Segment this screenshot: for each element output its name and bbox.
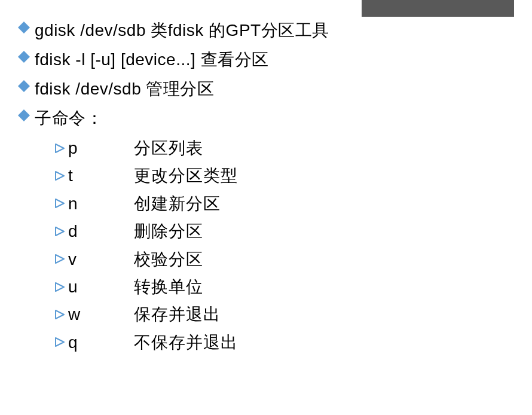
subcommand-desc: 更改分区类型 (134, 163, 238, 188)
diamond-icon (18, 51, 32, 63)
subcommand-row: w 保存并退出 (55, 301, 532, 327)
svg-marker-10 (56, 310, 64, 319)
subcommand-row: n 创建新分区 (55, 191, 532, 216)
svg-marker-9 (56, 283, 64, 291)
diamond-icon (18, 80, 32, 92)
subcommand-desc: 保存并退出 (134, 301, 221, 327)
subcommand-key: w (68, 301, 134, 327)
subcommand-key: t (68, 163, 134, 188)
svg-marker-0 (18, 22, 30, 33)
bullet-item: fdisk -l [-u] [device...] 查看分区 (18, 47, 532, 72)
subcommand-desc: 创建新分区 (134, 191, 221, 216)
svg-marker-8 (56, 255, 64, 263)
diamond-icon (18, 109, 32, 121)
diamond-icon (18, 22, 32, 33)
svg-marker-3 (18, 109, 30, 121)
arrow-icon (55, 337, 68, 347)
arrow-icon (55, 282, 68, 292)
subcommand-desc: 删除分区 (134, 218, 203, 244)
bullet-item: fdisk /dev/sdb 管理分区 (18, 77, 532, 102)
subcommand-desc: 转换单位 (134, 274, 203, 300)
svg-marker-1 (18, 51, 30, 63)
bullet-text: fdisk /dev/sdb 管理分区 (35, 77, 214, 102)
slide-content: gdisk /dev/sdb 类fdisk 的GPT分区工具 fdisk -l … (18, 7, 532, 355)
subcommand-row: v 校验分区 (55, 246, 532, 272)
bullet-text: fdisk -l [-u] [device...] 查看分区 (35, 47, 269, 72)
arrow-icon (55, 227, 68, 236)
subcommand-row: d 删除分区 (55, 218, 532, 244)
subcommand-row: t 更改分区类型 (55, 163, 532, 188)
subcommand-key: q (68, 329, 134, 355)
svg-marker-2 (18, 80, 30, 92)
svg-marker-4 (56, 144, 64, 152)
arrow-icon (55, 310, 68, 319)
subcommand-desc: 校验分区 (134, 246, 203, 272)
subcommand-desc: 不保存并退出 (134, 329, 238, 355)
subcommand-key: v (68, 246, 134, 272)
subcommand-key: n (68, 191, 134, 216)
bullet-item: gdisk /dev/sdb 类fdisk 的GPT分区工具 (18, 18, 532, 43)
bullet-item: 子命令： (18, 106, 532, 131)
svg-marker-11 (56, 338, 64, 346)
subcommand-row: q 不保存并退出 (55, 329, 532, 355)
bullet-text: gdisk /dev/sdb 类fdisk 的GPT分区工具 (35, 18, 329, 43)
subcommand-key: d (68, 218, 134, 244)
subcommand-key: p (68, 135, 134, 161)
subcommand-row: u 转换单位 (55, 274, 532, 300)
arrow-icon (55, 254, 68, 264)
subcommand-list: p 分区列表 t 更改分区类型 n 创建新分区 (55, 135, 532, 355)
top-accent-bar (362, 0, 514, 17)
arrow-icon (55, 171, 68, 181)
subcommand-desc: 分区列表 (134, 135, 203, 161)
bullet-text: 子命令： (35, 106, 103, 131)
svg-marker-6 (56, 199, 64, 208)
subcommand-row: p 分区列表 (55, 135, 532, 161)
arrow-icon (55, 199, 68, 208)
svg-marker-5 (56, 172, 64, 180)
svg-marker-7 (56, 227, 64, 236)
arrow-icon (55, 144, 68, 153)
subcommand-key: u (68, 274, 134, 300)
